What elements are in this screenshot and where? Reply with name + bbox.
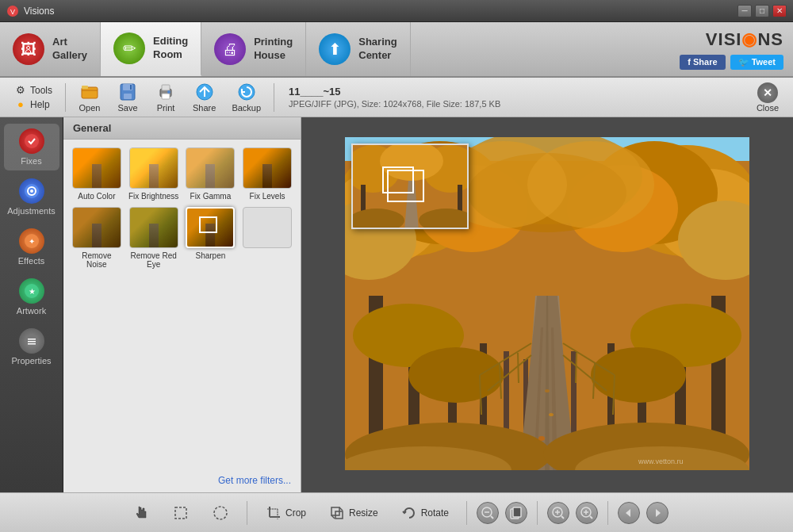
nav-back-button[interactable]	[618, 502, 640, 524]
image-area: www.vetton.ru	[301, 117, 793, 492]
artwork-icon: ★	[19, 278, 44, 304]
title-bar: V Visions ─ □ ✕	[0, 0, 793, 22]
close-icon: ✕	[757, 82, 778, 103]
svg-point-52	[408, 347, 504, 403]
print-label: Print	[157, 103, 175, 113]
editing-room-icon: ✏	[113, 33, 145, 64]
open-button[interactable]: Open	[72, 79, 107, 116]
svg-text:www.vetton.ru: www.vetton.ru	[638, 457, 684, 465]
svg-rect-2	[82, 87, 98, 98]
panel-item-effects[interactable]: ✦ Effects	[4, 224, 59, 270]
share-button[interactable]: Share	[186, 79, 222, 116]
filter-remove-red-eye[interactable]: Remove Red Eye	[128, 207, 179, 269]
tools-icon: ⚙	[14, 84, 27, 97]
tab-editing-room[interactable]: ✏ Editing Room	[101, 22, 201, 76]
lasso-tool-button[interactable]	[204, 501, 237, 525]
svg-line-72	[576, 353, 577, 383]
minimize-button[interactable]: ─	[737, 5, 752, 17]
maximize-button[interactable]: □	[755, 5, 769, 17]
svg-point-14	[25, 134, 39, 148]
app-logo: VISI◉NS	[706, 29, 783, 50]
sharing-center-icon: ⬆	[319, 33, 351, 65]
filter-remove-noise[interactable]: Remove Noise	[71, 207, 122, 269]
social-buttons: f Share 🐦 Tweet	[680, 55, 783, 70]
filter-sharpen[interactable]: Sharpen	[186, 207, 236, 269]
filter-fix-levels[interactable]: Fix Levels	[242, 147, 293, 201]
window-controls: ─ □ ✕	[737, 5, 787, 17]
filter-auto-color[interactable]: Auto Color	[71, 147, 122, 201]
panel-header: General	[63, 117, 301, 140]
crop-tool-label: Crop	[285, 507, 306, 519]
save-icon	[118, 82, 137, 101]
share-label: Share	[193, 103, 216, 113]
help-icon: ●	[14, 98, 27, 111]
effects-icon: ✦	[19, 228, 44, 254]
save-button[interactable]: Save	[110, 79, 145, 116]
svg-rect-24	[28, 341, 36, 343]
nav-forward-button[interactable]	[646, 502, 668, 524]
toolbar-separator-2	[274, 83, 274, 112]
properties-icon	[19, 328, 44, 354]
tab-printing-house[interactable]: 🖨 Printing House	[201, 22, 306, 76]
bt-separator-2	[466, 501, 467, 525]
nav-tabs: 🖼 Art Gallery ✏ Editing Room 🖨 Printing …	[0, 22, 793, 78]
open-icon	[80, 82, 99, 101]
facebook-share-button[interactable]: f Share	[680, 55, 725, 70]
printing-house-label: Printing House	[254, 36, 293, 63]
tab-sharing-center[interactable]: ⬆ Sharing Center	[306, 22, 410, 76]
zoom-out-button[interactable]	[477, 502, 499, 524]
svg-rect-23	[28, 339, 36, 340]
svg-point-11	[167, 90, 170, 94]
file-meta: JPEG/JIFF (JPG), Size: 1024x768, File Si…	[289, 99, 500, 109]
rotate-tool-icon	[400, 504, 418, 522]
hand-tool-button[interactable]	[125, 501, 158, 525]
close-window-button[interactable]: ✕	[772, 5, 787, 17]
help-item[interactable]: ● Help	[14, 98, 52, 111]
art-gallery-label: Art Gallery	[52, 36, 87, 63]
panel-item-properties[interactable]: Properties	[4, 323, 59, 370]
svg-rect-6	[124, 94, 132, 99]
filter-sharpen-label: Sharpen	[195, 251, 225, 260]
sharing-center-label: Sharing Center	[358, 36, 396, 63]
svg-rect-90	[383, 167, 413, 193]
filter-fix-brightness-label: Fix Brightness	[128, 192, 178, 201]
window-title: Visions	[24, 6, 737, 17]
twitter-tweet-button[interactable]: 🐦 Tweet	[730, 55, 783, 70]
resize-tool-icon	[328, 504, 346, 522]
panel-item-adjustments[interactable]: Adjustments	[4, 174, 59, 220]
get-more-filters-link[interactable]: Get more filters...	[218, 475, 291, 486]
copy-button[interactable]	[505, 502, 527, 524]
rotate-tool-button[interactable]: Rotate	[393, 501, 457, 525]
tab-art-gallery[interactable]: 🖼 Art Gallery	[0, 22, 101, 76]
close-button[interactable]: ✕ Close	[750, 79, 785, 116]
backup-button[interactable]: Backup	[225, 79, 267, 116]
tools-item[interactable]: ⚙ Tools	[14, 84, 52, 97]
svg-point-77	[538, 436, 545, 441]
zoom-in-left-button[interactable]	[547, 502, 569, 524]
panel-item-fixes[interactable]: Fixes	[4, 124, 59, 170]
filter-fix-brightness[interactable]: Fix Brightness	[128, 147, 179, 201]
zoom-in-right-button[interactable]	[576, 502, 598, 524]
backup-icon	[237, 82, 256, 101]
tools-help-panel: ⚙ Tools ● Help	[8, 84, 59, 111]
crop-tool-icon	[265, 504, 282, 522]
svg-point-17	[30, 189, 33, 193]
lasso-tool-icon	[212, 504, 229, 522]
bt-separator-4	[607, 501, 608, 525]
bt-separator-1	[247, 501, 247, 525]
svg-point-76	[527, 141, 654, 228]
preview-thumbnail	[353, 145, 469, 229]
panel-item-artwork[interactable]: ★ Artwork	[4, 274, 59, 320]
filter-auto-color-label: Auto Color	[78, 192, 115, 201]
print-button[interactable]: Print	[148, 79, 183, 116]
resize-tool-button[interactable]: Resize	[320, 501, 386, 525]
filter-fix-gamma[interactable]: Fix Gamma	[186, 147, 236, 201]
more-filters: Get more filters...	[63, 469, 301, 492]
fixes-icon	[19, 128, 44, 154]
crop-tool-button[interactable]: Crop	[257, 501, 314, 525]
backup-label: Backup	[232, 103, 261, 113]
marquee-tool-button[interactable]	[164, 501, 197, 525]
filter-fix-levels-label: Fix Levels	[250, 192, 285, 201]
svg-text:✦: ✦	[29, 237, 35, 246]
svg-marker-87	[404, 181, 419, 229]
